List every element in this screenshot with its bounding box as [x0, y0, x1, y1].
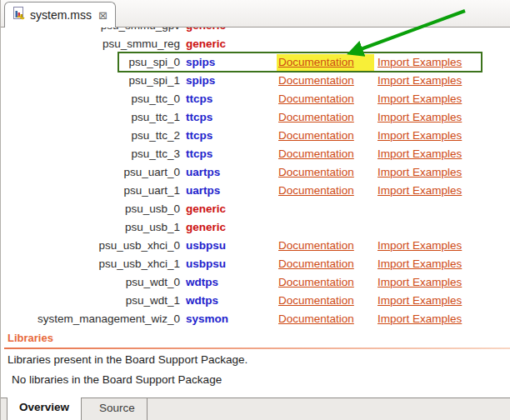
peripheral-driver-name: uartps — [186, 182, 220, 200]
peripheral-instance-name: system_management_wiz_0 — [1, 310, 180, 328]
import-examples-link[interactable]: Import Examples — [378, 72, 462, 90]
tab-overview[interactable]: Overview — [7, 398, 82, 420]
documentation-link[interactable]: Documentation — [278, 72, 354, 90]
peripheral-row: psu_ttc_3 ttcps Documentation Import Exa… — [1, 145, 510, 163]
libraries-empty-message: No libraries in the Board Support Packag… — [12, 373, 222, 386]
peripheral-row: psu_usb_xhci_1 usbpsu Documentation Impo… — [1, 255, 510, 273]
overview-content: psu_smmu_gpv generic psu_smmu_reg generi… — [1, 28, 510, 398]
peripheral-row: psu_usb_1 generic — [1, 218, 510, 237]
peripheral-row: psu_usb_0 generic — [1, 200, 510, 218]
import-examples-link[interactable]: Import Examples — [378, 310, 462, 328]
peripheral-driver-name: usbpsu — [186, 255, 226, 273]
libraries-rule — [4, 348, 510, 349]
peripheral-instance-name: psu_usb_xhci_0 — [1, 237, 180, 255]
peripheral-instance-name: psu_wdt_1 — [1, 292, 180, 310]
documentation-link[interactable]: Documentation — [278, 163, 354, 182]
import-examples-link[interactable]: Import Examples — [378, 292, 462, 310]
peripheral-row: psu_uart_0 uartps Documentation Import E… — [1, 163, 510, 182]
peripheral-row: psu_usb_xhci_0 usbpsu Documentation Impo… — [1, 237, 510, 255]
peripheral-instance-name: psu_usb_1 — [1, 218, 180, 237]
documentation-link[interactable]: Documentation — [278, 273, 354, 292]
import-examples-link[interactable]: Import Examples — [378, 255, 462, 273]
documentation-link[interactable]: Documentation — [278, 255, 354, 273]
peripheral-driver-name: generic — [186, 200, 226, 218]
page-tab-bar: Overview Source — [1, 398, 510, 420]
peripheral-driver-name: generic — [186, 28, 226, 35]
import-examples-link[interactable]: Import Examples — [378, 182, 462, 200]
documentation-link[interactable]: Documentation — [278, 127, 354, 145]
peripheral-instance-name: psu_spi_0 — [1, 53, 180, 72]
peripheral-driver-name: ttcps — [186, 145, 212, 163]
peripheral-driver-name: usbpsu — [186, 237, 226, 255]
peripheral-row: psu_wdt_1 wdtps Documentation Import Exa… — [1, 292, 510, 310]
peripheral-instance-name: psu_smmu_gpv — [1, 28, 180, 35]
peripheral-row: psu_uart_1 uartps Documentation Import E… — [1, 182, 510, 200]
import-examples-link[interactable]: Import Examples — [378, 127, 462, 145]
import-examples-link[interactable]: Import Examples — [378, 108, 462, 127]
documentation-link[interactable]: Documentation — [278, 292, 354, 310]
import-examples-link[interactable]: Import Examples — [378, 53, 462, 72]
peripheral-instance-name: psu_usb_xhci_1 — [1, 255, 180, 273]
documentation-link[interactable]: Documentation — [278, 90, 354, 108]
documentation-link[interactable]: Documentation — [278, 53, 354, 72]
editor-tab-system-mss[interactable]: system.mss ⊠ — [4, 2, 116, 28]
peripheral-driver-name: spips — [186, 53, 215, 72]
peripheral-row: psu_ttc_1 ttcps Documentation Import Exa… — [1, 108, 510, 127]
peripheral-driver-name: uartps — [186, 163, 220, 182]
peripheral-driver-name: ttcps — [186, 108, 212, 127]
documentation-link[interactable]: Documentation — [278, 145, 354, 163]
documentation-link[interactable]: Documentation — [278, 108, 354, 127]
peripheral-instance-name: psu_spi_1 — [1, 72, 180, 90]
peripheral-instance-name: psu_wdt_0 — [1, 273, 180, 292]
libraries-heading: Libraries — [8, 332, 53, 344]
peripheral-list: psu_smmu_gpv generic psu_smmu_reg generi… — [1, 28, 510, 328]
peripheral-instance-name: psu_ttc_2 — [1, 127, 180, 145]
import-examples-link[interactable]: Import Examples — [378, 237, 462, 255]
peripheral-instance-name: psu_ttc_3 — [1, 145, 180, 163]
peripheral-row: system_management_wiz_0 sysmon Documenta… — [1, 310, 510, 328]
peripheral-row: psu_smmu_gpv generic — [1, 28, 510, 35]
peripheral-driver-name: generic — [186, 218, 226, 237]
peripheral-instance-name: psu_uart_0 — [1, 163, 180, 182]
mss-file-icon — [12, 7, 25, 23]
peripheral-row: psu_ttc_0 ttcps Documentation Import Exa… — [1, 90, 510, 108]
peripheral-instance-name: psu_ttc_0 — [1, 90, 180, 108]
peripheral-instance-name: psu_ttc_1 — [1, 108, 180, 127]
import-examples-link[interactable]: Import Examples — [378, 145, 462, 163]
peripheral-row: psu_smmu_reg generic — [1, 35, 510, 53]
documentation-link[interactable]: Documentation — [278, 182, 354, 200]
documentation-link[interactable]: Documentation — [278, 237, 354, 255]
libraries-description: Libraries present in the Board Support P… — [8, 353, 248, 366]
bsp-overview-window: system.mss ⊠ psu_smmu_gpv generic psu_sm… — [0, 0, 510, 420]
close-icon[interactable]: ⊠ — [98, 10, 108, 21]
peripheral-driver-name: ttcps — [186, 90, 212, 108]
import-examples-link[interactable]: Import Examples — [378, 163, 462, 182]
peripheral-driver-name: spips — [186, 72, 215, 90]
import-examples-link[interactable]: Import Examples — [378, 273, 462, 292]
editor-tab-bar: system.mss ⊠ — [1, 0, 510, 28]
peripheral-driver-name: ttcps — [186, 127, 212, 145]
peripheral-row: psu_wdt_0 wdtps Documentation Import Exa… — [1, 273, 510, 292]
peripheral-instance-name: psu_uart_1 — [1, 182, 180, 200]
peripheral-driver-name: wdtps — [186, 292, 218, 310]
editor-tab-title: system.mss — [30, 8, 92, 22]
peripheral-driver-name: generic — [186, 35, 226, 53]
tab-source[interactable]: Source — [88, 398, 148, 420]
peripheral-driver-name: wdtps — [186, 273, 218, 292]
peripheral-driver-name: sysmon — [186, 310, 228, 328]
documentation-link[interactable]: Documentation — [278, 310, 354, 328]
peripheral-row: psu_spi_0 spips Documentation Import Exa… — [1, 53, 510, 72]
peripheral-row: psu_spi_1 spips Documentation Import Exa… — [1, 72, 510, 90]
import-examples-link[interactable]: Import Examples — [378, 90, 462, 108]
peripheral-instance-name: psu_smmu_reg — [1, 35, 180, 53]
peripheral-instance-name: psu_usb_0 — [1, 200, 180, 218]
peripheral-row: psu_ttc_2 ttcps Documentation Import Exa… — [1, 127, 510, 145]
